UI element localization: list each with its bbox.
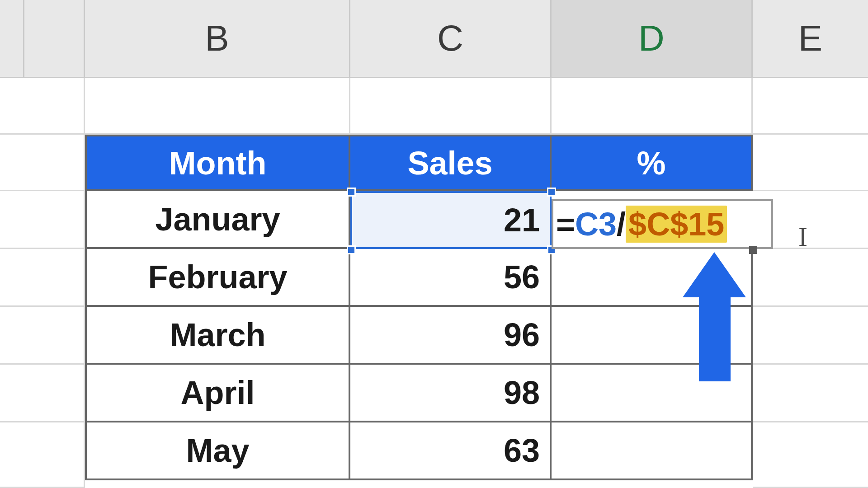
- cell-pct[interactable]: [552, 422, 753, 480]
- grid-cell[interactable]: [0, 191, 85, 249]
- col-header-B[interactable]: B: [85, 0, 350, 78]
- cell-month[interactable]: May: [85, 422, 350, 480]
- col-header-D[interactable]: D: [552, 0, 753, 78]
- cell-month[interactable]: January: [85, 191, 350, 249]
- cell-sales[interactable]: 96: [350, 307, 552, 365]
- grid-cell[interactable]: [0, 422, 85, 488]
- referenced-cell-C3[interactable]: 21: [350, 191, 552, 249]
- ref-handle-icon[interactable]: [347, 245, 356, 254]
- grid-cell[interactable]: [85, 78, 350, 135]
- ref-handle-icon[interactable]: [347, 188, 356, 197]
- grid-cell[interactable]: [753, 307, 868, 365]
- grid-cell[interactable]: [753, 135, 868, 191]
- ref-handle-icon[interactable]: [547, 188, 556, 197]
- grid-cell[interactable]: [0, 365, 85, 422]
- grid-cell[interactable]: [753, 422, 868, 488]
- formula-ref-C3: C3: [575, 206, 617, 243]
- grid-cell[interactable]: [0, 307, 85, 365]
- cell-month[interactable]: February: [85, 249, 350, 307]
- formula-op: /: [617, 206, 626, 243]
- grid-cell[interactable]: [753, 365, 868, 422]
- grid-cell[interactable]: [0, 135, 85, 191]
- col-header-corner[interactable]: [0, 0, 24, 78]
- formula-editor-D3[interactable]: = C3 / $C$15: [552, 199, 773, 249]
- text-cursor-icon: I: [798, 221, 807, 253]
- cell-sales[interactable]: 98: [350, 365, 552, 422]
- grid-cell[interactable]: [753, 249, 868, 307]
- formula-ref-absolute: $C$15: [626, 206, 727, 243]
- table-header-month[interactable]: Month: [85, 135, 350, 191]
- table-header-pct[interactable]: %: [552, 135, 753, 191]
- grid-cell[interactable]: [0, 78, 85, 135]
- annotation-arrow-icon: [678, 252, 750, 383]
- grid-cell[interactable]: [0, 249, 85, 307]
- grid-cell[interactable]: [552, 78, 753, 135]
- cell-month[interactable]: April: [85, 365, 350, 422]
- formula-eq: =: [556, 206, 575, 243]
- grid-cell[interactable]: [350, 78, 552, 135]
- cell-value: 21: [504, 202, 540, 239]
- col-header-A[interactable]: [24, 0, 85, 78]
- cell-month[interactable]: March: [85, 307, 350, 365]
- col-header-E[interactable]: E: [753, 0, 868, 78]
- cell-sales[interactable]: 56: [350, 249, 552, 307]
- cell-sales[interactable]: 63: [350, 422, 552, 480]
- table-header-sales[interactable]: Sales: [350, 135, 552, 191]
- grid-cell[interactable]: [753, 78, 868, 135]
- col-header-C[interactable]: C: [350, 0, 552, 78]
